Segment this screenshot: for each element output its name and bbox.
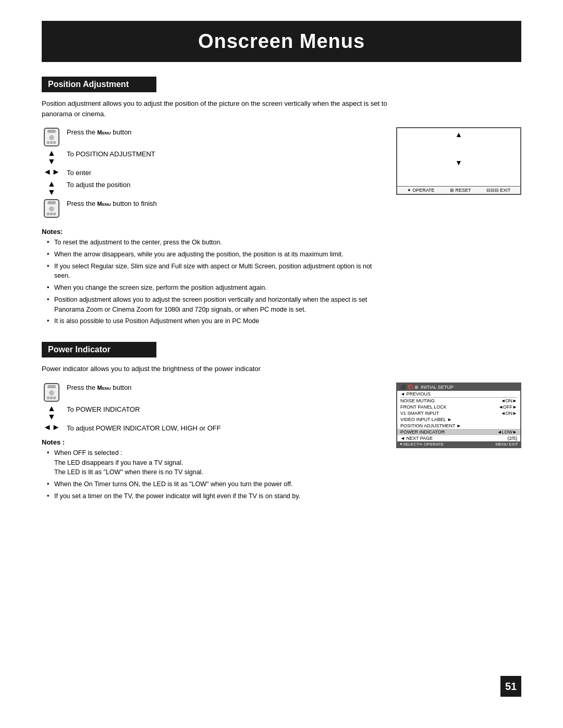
title-banner: Onscreen Menus <box>42 21 521 62</box>
position-note-2: When the arrow disappears, while you are… <box>47 250 375 260</box>
menu-title-icons: ⬛ ⭕ ⊕ <box>400 385 419 390</box>
power-instructions-area: Press the Menu button ▲ ▼ To POWER INDIC… <box>42 382 521 505</box>
power-note-3: If you set a timer on the TV, the power … <box>47 491 375 501</box>
screen-bottom-bar: ✦ OPERATE ⊞ RESET ⊟⊟⊟ EXIT <box>397 186 520 194</box>
instruction-row-2: ▲ ▼ To POSITION ADJUSTMENT <box>42 149 381 166</box>
menu-next-page: ◄ NEXT PAGE (2/5) <box>397 435 520 441</box>
power-instruction-row-1: Press the Menu button <box>42 382 381 402</box>
power-arrow-leftright: ◄ ► <box>42 423 62 431</box>
svg-rect-5 <box>53 141 56 144</box>
svg-rect-1 <box>47 130 56 133</box>
power-instruction-row-2: ▲ ▼ To POWER INDICATOR <box>42 404 381 421</box>
svg-point-14 <box>49 390 54 396</box>
menu-bottom-bar: ✦SELECT⇔ OPERATE MENU EXIT <box>397 441 520 447</box>
svg-rect-7 <box>47 201 56 204</box>
power-notes-list: When OFF is selected :The LED disappears… <box>42 448 375 501</box>
position-notes-title: Notes: <box>42 228 375 236</box>
svg-rect-9 <box>47 213 50 215</box>
instruction-text-2: To POSITION ADJUSTMENT <box>67 149 155 159</box>
position-note-3: If you select Regular size, Slim size an… <box>47 262 375 281</box>
power-note-2: When the On Timer turns ON, the LED is l… <box>47 479 375 489</box>
instruction-text-4: To adjust the position <box>67 180 130 190</box>
position-note-4: When you change the screen size, perform… <box>47 283 375 293</box>
arrow-updown-icon-2: ▲ ▼ <box>42 180 62 196</box>
menu-video-input-label: VIDEO INPUT LABEL ► <box>397 416 520 423</box>
screen-up-arrow: ▲ <box>455 130 462 139</box>
power-arrow-updown: ▲ ▼ <box>42 404 62 421</box>
svg-rect-13 <box>47 385 56 388</box>
menu-select-operate: ✦SELECT⇔ OPERATE <box>399 442 444 447</box>
power-notes: Notes : When OFF is selected :The LED di… <box>42 438 375 501</box>
svg-rect-4 <box>50 141 53 144</box>
instruction-row-3: ◄ ► To enter <box>42 168 381 178</box>
position-instructions-list: Press the Menu button ▲ ▼ To POSITION AD… <box>42 127 381 220</box>
position-adjustment-intro: Position adjustment allows you to adjust… <box>42 98 396 119</box>
page-title: Onscreen Menus <box>42 30 521 53</box>
power-indicator-intro: Power indicator allows you to adjust the… <box>42 364 396 374</box>
position-note-5: Position adjustment allows you to adjust… <box>47 295 375 315</box>
remote-icon-2 <box>42 199 62 218</box>
position-notes-list: To reset the adjustment to the center, p… <box>42 238 375 326</box>
power-menu-screen: ⬛ ⭕ ⊕ INITIAL SETUP ◄ PREVIOUS NOISE MUT… <box>396 382 521 448</box>
menu-screen-title: ⬛ ⭕ ⊕ INITIAL SETUP <box>397 384 520 391</box>
power-indicator-section: Power Indicator Power indicator allows y… <box>42 342 521 505</box>
power-instructions-list: Press the Menu button ▲ ▼ To POWER INDIC… <box>42 382 381 505</box>
power-remote-icon <box>42 382 62 402</box>
position-adjustment-header: Position Adjustment <box>42 77 156 92</box>
remote-icon-1 <box>42 127 62 147</box>
position-notes: Notes: To reset the adjustment to the ce… <box>42 228 375 326</box>
menu-v1-smart-input: V1 SMART INPUT ◄ON► <box>397 410 520 416</box>
menu-previous: ◄ PREVIOUS <box>397 391 520 397</box>
menu-title-text: INITIAL SETUP <box>421 385 454 390</box>
position-instructions-area: Press the Menu button ▲ ▼ To POSITION AD… <box>42 127 521 220</box>
instruction-row-1: Press the Menu button <box>42 127 381 147</box>
menu-power-indicator: POWER INDICATOR ◄LOW► <box>397 429 520 435</box>
screen-reset-label: ⊞ RESET <box>450 188 471 193</box>
svg-rect-11 <box>53 213 56 215</box>
position-note-6: It is also possible to use Position Adju… <box>47 316 375 326</box>
page-number: 51 <box>500 676 521 697</box>
svg-rect-3 <box>47 141 50 144</box>
instruction-row-5: Press the Menu button to finish <box>42 199 381 218</box>
position-screen-preview: ▲ ▼ ✦ OPERATE ⊞ RESET ⊟⊟⊟ EXIT <box>396 127 521 195</box>
menu-front-panel-lock: FRONT PANEL LOCK ◄OFF► <box>397 404 520 410</box>
power-instruction-text-2: To POWER INDICATOR <box>67 404 140 414</box>
screen-exit-label: ⊟⊟⊟ EXIT <box>486 188 511 193</box>
instruction-text-1: Press the Menu button <box>67 127 131 137</box>
position-adjustment-section: Position Adjustment Position adjustment … <box>42 77 521 326</box>
menu-position-adjustment: POSITION ADJUSTMENT ► <box>397 423 520 429</box>
power-instruction-text-1: Press the Menu button <box>67 382 131 392</box>
power-note-1: When OFF is selected :The LED disappears… <box>47 448 375 477</box>
page-container: Onscreen Menus Position Adjustment Posit… <box>0 0 563 728</box>
svg-rect-10 <box>50 213 53 215</box>
svg-point-8 <box>49 206 54 212</box>
svg-rect-15 <box>47 397 50 399</box>
instruction-row-4: ▲ ▼ To adjust the position <box>42 180 381 196</box>
instruction-text-5: Press the Menu button to finish <box>67 199 157 208</box>
menu-exit: MENU EXIT <box>495 442 518 447</box>
svg-point-2 <box>49 135 54 140</box>
power-notes-title: Notes : <box>42 438 375 446</box>
power-instruction-row-3: ◄ ► To adjust POWER INDICATOR LOW, HIGH … <box>42 423 381 433</box>
power-instruction-text-3: To adjust POWER INDICATOR LOW, HIGH or O… <box>67 423 221 433</box>
arrow-leftright-icon-1: ◄ ► <box>42 168 62 176</box>
svg-rect-16 <box>50 397 53 399</box>
power-indicator-header: Power Indicator <box>42 342 156 357</box>
position-note-1: To reset the adjustment to the center, p… <box>47 238 375 248</box>
menu-noise-muting: NOISE MUTING ◄ON► <box>397 398 520 404</box>
screen-down-arrow: ▼ <box>455 158 462 167</box>
svg-rect-17 <box>53 397 56 399</box>
instruction-text-3: To enter <box>67 168 91 178</box>
screen-operate-label: ✦ OPERATE <box>407 188 435 193</box>
arrow-updown-icon-1: ▲ ▼ <box>42 149 62 166</box>
